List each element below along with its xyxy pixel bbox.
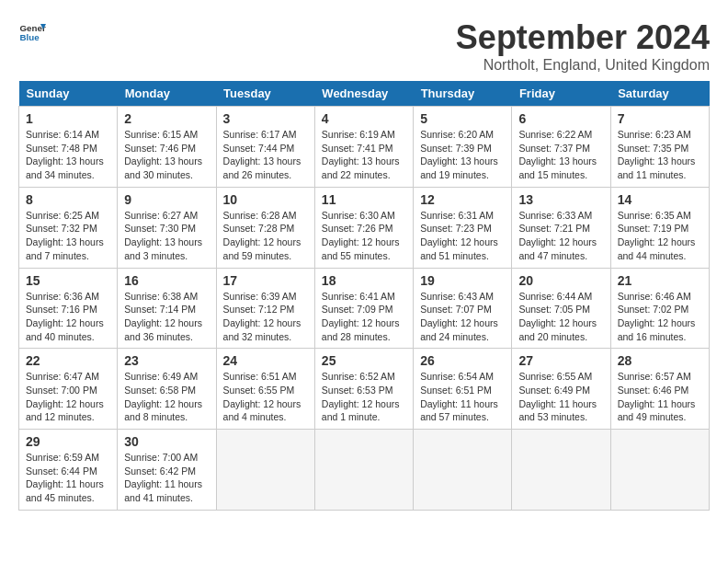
calendar-cell: 23Sunrise: 6:49 AM Sunset: 6:58 PM Dayli… <box>118 349 216 430</box>
calendar-cell: 11Sunrise: 6:30 AM Sunset: 7:26 PM Dayli… <box>314 187 413 268</box>
day-number: 29 <box>26 434 110 449</box>
day-info: Sunrise: 6:30 AM Sunset: 7:26 PM Dayligh… <box>322 209 406 263</box>
month-title: September 2024 <box>456 18 710 57</box>
day-number: 2 <box>124 111 209 126</box>
week-row-5: 29Sunrise: 6:59 AM Sunset: 6:44 PM Dayli… <box>19 430 710 511</box>
day-number: 18 <box>322 273 406 288</box>
calendar-cell: 21Sunrise: 6:46 AM Sunset: 7:02 PM Dayli… <box>610 268 709 349</box>
calendar-cell <box>414 430 512 511</box>
svg-text:Blue: Blue <box>20 32 40 42</box>
calendar-cell <box>216 430 314 511</box>
day-info: Sunrise: 6:39 AM Sunset: 7:12 PM Dayligh… <box>223 290 308 344</box>
col-header-saturday: Saturday <box>610 81 709 107</box>
calendar-cell <box>512 430 610 511</box>
day-number: 14 <box>618 192 702 207</box>
calendar-cell: 1Sunrise: 6:14 AM Sunset: 7:48 PM Daylig… <box>19 107 118 188</box>
calendar-table: SundayMondayTuesdayWednesdayThursdayFrid… <box>18 81 710 511</box>
day-info: Sunrise: 6:19 AM Sunset: 7:41 PM Dayligh… <box>322 128 406 182</box>
day-number: 27 <box>518 353 603 368</box>
day-number: 17 <box>223 273 308 288</box>
week-row-1: 1Sunrise: 6:14 AM Sunset: 7:48 PM Daylig… <box>19 107 710 188</box>
calendar-cell: 25Sunrise: 6:52 AM Sunset: 6:53 PM Dayli… <box>314 349 413 430</box>
day-info: Sunrise: 6:36 AM Sunset: 7:16 PM Dayligh… <box>26 290 110 344</box>
day-info: Sunrise: 6:44 AM Sunset: 7:05 PM Dayligh… <box>518 290 603 344</box>
day-info: Sunrise: 6:51 AM Sunset: 6:55 PM Dayligh… <box>223 370 308 424</box>
week-row-2: 8Sunrise: 6:25 AM Sunset: 7:32 PM Daylig… <box>19 187 710 268</box>
calendar-cell: 17Sunrise: 6:39 AM Sunset: 7:12 PM Dayli… <box>216 268 314 349</box>
calendar-body: 1Sunrise: 6:14 AM Sunset: 7:48 PM Daylig… <box>19 107 710 511</box>
day-number: 12 <box>420 192 505 207</box>
day-info: Sunrise: 6:57 AM Sunset: 6:46 PM Dayligh… <box>618 370 702 424</box>
day-number: 6 <box>518 111 603 126</box>
day-info: Sunrise: 6:43 AM Sunset: 7:07 PM Dayligh… <box>420 290 505 344</box>
day-info: Sunrise: 6:52 AM Sunset: 6:53 PM Dayligh… <box>322 370 406 424</box>
day-info: Sunrise: 6:41 AM Sunset: 7:09 PM Dayligh… <box>322 290 406 344</box>
day-info: Sunrise: 6:54 AM Sunset: 6:51 PM Dayligh… <box>420 370 505 424</box>
calendar-cell: 9Sunrise: 6:27 AM Sunset: 7:30 PM Daylig… <box>118 187 216 268</box>
day-info: Sunrise: 6:59 AM Sunset: 6:44 PM Dayligh… <box>26 451 110 505</box>
calendar-cell <box>314 430 413 511</box>
day-info: Sunrise: 6:49 AM Sunset: 6:58 PM Dayligh… <box>124 370 209 424</box>
day-number: 15 <box>26 273 110 288</box>
calendar-cell <box>610 430 709 511</box>
logo: General Blue <box>18 18 46 46</box>
day-number: 20 <box>518 273 603 288</box>
week-row-3: 15Sunrise: 6:36 AM Sunset: 7:16 PM Dayli… <box>19 268 710 349</box>
col-header-monday: Monday <box>118 81 216 107</box>
calendar-header-row: SundayMondayTuesdayWednesdayThursdayFrid… <box>19 81 710 107</box>
day-info: Sunrise: 6:31 AM Sunset: 7:23 PM Dayligh… <box>420 209 505 263</box>
calendar-cell: 6Sunrise: 6:22 AM Sunset: 7:37 PM Daylig… <box>512 107 610 188</box>
day-info: Sunrise: 6:38 AM Sunset: 7:14 PM Dayligh… <box>124 290 209 344</box>
calendar-cell: 2Sunrise: 6:15 AM Sunset: 7:46 PM Daylig… <box>118 107 216 188</box>
day-number: 28 <box>618 353 702 368</box>
calendar-cell: 10Sunrise: 6:28 AM Sunset: 7:28 PM Dayli… <box>216 187 314 268</box>
day-info: Sunrise: 6:15 AM Sunset: 7:46 PM Dayligh… <box>124 128 209 182</box>
day-info: Sunrise: 6:33 AM Sunset: 7:21 PM Dayligh… <box>518 209 603 263</box>
calendar-cell: 8Sunrise: 6:25 AM Sunset: 7:32 PM Daylig… <box>19 187 118 268</box>
day-info: Sunrise: 6:28 AM Sunset: 7:28 PM Dayligh… <box>223 209 308 263</box>
day-number: 11 <box>322 192 406 207</box>
calendar-cell: 19Sunrise: 6:43 AM Sunset: 7:07 PM Dayli… <box>414 268 512 349</box>
col-header-sunday: Sunday <box>19 81 118 107</box>
week-row-4: 22Sunrise: 6:47 AM Sunset: 7:00 PM Dayli… <box>19 349 710 430</box>
day-number: 1 <box>26 111 110 126</box>
calendar-cell: 22Sunrise: 6:47 AM Sunset: 7:00 PM Dayli… <box>19 349 118 430</box>
calendar-cell: 28Sunrise: 6:57 AM Sunset: 6:46 PM Dayli… <box>610 349 709 430</box>
day-info: Sunrise: 7:00 AM Sunset: 6:42 PM Dayligh… <box>124 451 209 505</box>
logo-icon: General Blue <box>18 18 46 46</box>
col-header-friday: Friday <box>512 81 610 107</box>
day-info: Sunrise: 6:17 AM Sunset: 7:44 PM Dayligh… <box>223 128 308 182</box>
calendar-cell: 20Sunrise: 6:44 AM Sunset: 7:05 PM Dayli… <box>512 268 610 349</box>
calendar-cell: 12Sunrise: 6:31 AM Sunset: 7:23 PM Dayli… <box>414 187 512 268</box>
day-info: Sunrise: 6:23 AM Sunset: 7:35 PM Dayligh… <box>618 128 702 182</box>
calendar-cell: 3Sunrise: 6:17 AM Sunset: 7:44 PM Daylig… <box>216 107 314 188</box>
day-number: 9 <box>124 192 209 207</box>
day-number: 25 <box>322 353 406 368</box>
location-subtitle: Northolt, England, United Kingdom <box>456 57 710 74</box>
day-info: Sunrise: 6:35 AM Sunset: 7:19 PM Dayligh… <box>618 209 702 263</box>
calendar-cell: 26Sunrise: 6:54 AM Sunset: 6:51 PM Dayli… <box>414 349 512 430</box>
day-info: Sunrise: 6:47 AM Sunset: 7:00 PM Dayligh… <box>26 370 110 424</box>
calendar-cell: 29Sunrise: 6:59 AM Sunset: 6:44 PM Dayli… <box>19 430 118 511</box>
calendar-cell: 15Sunrise: 6:36 AM Sunset: 7:16 PM Dayli… <box>19 268 118 349</box>
calendar-cell: 16Sunrise: 6:38 AM Sunset: 7:14 PM Dayli… <box>118 268 216 349</box>
day-number: 4 <box>322 111 406 126</box>
calendar-cell: 27Sunrise: 6:55 AM Sunset: 6:49 PM Dayli… <box>512 349 610 430</box>
page-header: General Blue September 2024 Northolt, En… <box>18 18 710 74</box>
day-number: 26 <box>420 353 505 368</box>
day-number: 22 <box>26 353 110 368</box>
col-header-thursday: Thursday <box>414 81 512 107</box>
calendar-cell: 5Sunrise: 6:20 AM Sunset: 7:39 PM Daylig… <box>414 107 512 188</box>
day-number: 7 <box>618 111 702 126</box>
day-number: 10 <box>223 192 308 207</box>
day-number: 24 <box>223 353 308 368</box>
day-info: Sunrise: 6:55 AM Sunset: 6:49 PM Dayligh… <box>518 370 603 424</box>
calendar-cell: 30Sunrise: 7:00 AM Sunset: 6:42 PM Dayli… <box>118 430 216 511</box>
day-info: Sunrise: 6:46 AM Sunset: 7:02 PM Dayligh… <box>618 290 702 344</box>
col-header-tuesday: Tuesday <box>216 81 314 107</box>
calendar-cell: 18Sunrise: 6:41 AM Sunset: 7:09 PM Dayli… <box>314 268 413 349</box>
day-number: 19 <box>420 273 505 288</box>
calendar-cell: 13Sunrise: 6:33 AM Sunset: 7:21 PM Dayli… <box>512 187 610 268</box>
day-number: 5 <box>420 111 505 126</box>
day-number: 3 <box>223 111 308 126</box>
